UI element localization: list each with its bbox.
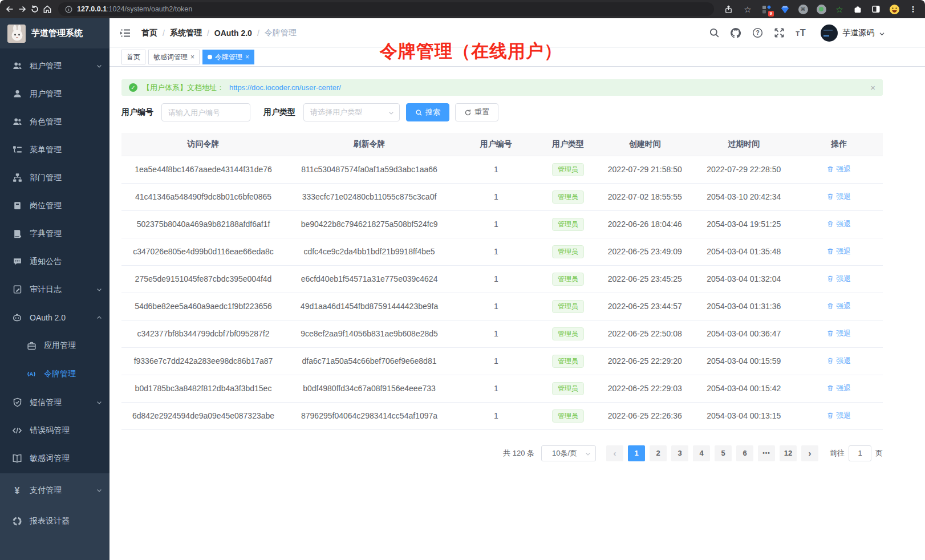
sidebar-item-sensitive-word[interactable]: 敏感词管理 — [0, 444, 109, 472]
force-logout-button[interactable]: 强退 — [827, 301, 851, 311]
force-logout-button[interactable]: 强退 — [827, 219, 851, 229]
sidebar-item-notice[interactable]: 通知公告 — [0, 247, 109, 275]
sidebar-item-pay[interactable]: ¥ 支付管理 — [0, 475, 109, 506]
browser-chrome: 127.0.0.1 :1024/system/oauth2/token ☆ 9 … — [0, 0, 925, 18]
browser-back-button[interactable] — [3, 3, 16, 15]
page-button-ellipsis[interactable]: ••• — [758, 445, 775, 461]
alert-doc-link[interactable]: https://doc.iocoder.cn/user-center/ — [229, 83, 341, 92]
github-icon[interactable] — [729, 27, 742, 39]
site-info-icon[interactable] — [65, 6, 72, 13]
breadcrumb-system[interactable]: 系统管理 / — [170, 28, 214, 38]
close-icon[interactable]: × — [245, 54, 249, 60]
sidebar-item-role[interactable]: 角色管理 — [0, 108, 109, 136]
user-menu[interactable]: 芋道源码 — [821, 25, 885, 42]
user-id-cell: 1 — [453, 375, 539, 402]
help-icon[interactable]: ? — [751, 27, 764, 39]
address-bar[interactable]: 127.0.0.1 :1024/system/oauth2/token — [58, 2, 714, 16]
breadcrumb-label: OAuth 2.0 — [214, 29, 252, 38]
search-icon[interactable] — [708, 27, 720, 39]
refresh-token-cell: 333ecfc71e02480cb11055c875c3ca0f — [285, 183, 453, 210]
reset-button[interactable]: 重置 — [455, 103, 498, 121]
browser-home-button[interactable] — [41, 3, 54, 15]
page-button-4[interactable]: 4 — [693, 445, 710, 461]
browser-reload-button[interactable] — [29, 3, 41, 15]
extension-puzzle-icon[interactable] — [852, 3, 863, 15]
page-size-select[interactable]: 10条/页 — [541, 445, 596, 461]
extension-gem-icon[interactable] — [779, 3, 790, 15]
caret-down-icon — [879, 31, 885, 37]
sidebar-item-user[interactable]: 用户管理 — [0, 80, 109, 108]
browser-menu-icon[interactable]: ⋮ — [907, 3, 919, 15]
user-type-cell: 管理员 — [539, 375, 598, 402]
table-row: 54d6be82ee5a460a9aedc1f9bf223656 49d1aa4… — [121, 293, 883, 320]
page-button-5[interactable]: 5 — [715, 445, 732, 461]
extension-star-icon[interactable]: ☆ — [834, 3, 845, 15]
extension-emoji-icon[interactable] — [889, 3, 900, 15]
page-button-12[interactable]: 12 — [780, 445, 797, 461]
access-token-cell: 275e5de9151045fe87cbdc395e004f4d — [121, 265, 285, 293]
tab-sensitive-word[interactable]: 敏感词管理 × — [148, 50, 200, 64]
tab-home[interactable]: 首页 — [121, 50, 145, 64]
user-type-select[interactable]: 请选择用户类型 — [303, 103, 400, 121]
sidebar-collapse-icon[interactable] — [119, 26, 132, 40]
sidebar-item-oauth2[interactable]: OAuth 2.0 — [0, 303, 109, 331]
sidebar-item-report[interactable]: 报表设计器 — [0, 506, 109, 537]
expire-time-cell: 2054-03-04 01:35:48 — [692, 238, 795, 265]
sidebar-item-tenant[interactable]: 租户管理 — [0, 52, 109, 80]
page-button-6[interactable]: 6 — [736, 445, 753, 461]
goto-page-input[interactable] — [849, 445, 871, 461]
close-icon[interactable]: × — [190, 54, 194, 60]
sidebar-item-label: OAuth 2.0 — [30, 313, 66, 322]
force-logout-button[interactable]: 强退 — [827, 383, 851, 393]
force-logout-button[interactable]: 强退 — [827, 274, 851, 284]
created-time-cell: 2022-07-29 21:58:50 — [597, 156, 692, 183]
chevron-icon — [96, 314, 103, 321]
browser-forward-button[interactable] — [16, 3, 29, 15]
alert-close-icon[interactable]: × — [870, 83, 875, 92]
breadcrumb-token[interactable]: 令牌管理 / — [265, 28, 297, 38]
extension-panel-icon[interactable] — [870, 3, 882, 15]
sidebar-item-dict[interactable]: 字典管理 — [0, 220, 109, 247]
force-logout-button[interactable]: 强退 — [827, 356, 851, 366]
active-dot — [208, 55, 212, 59]
created-time-cell: 2022-06-25 22:29:03 — [597, 375, 692, 402]
search-button[interactable]: 搜索 — [406, 103, 449, 121]
sidebar-item-audit[interactable]: 审计日志 — [0, 275, 109, 303]
user-id-input[interactable] — [161, 103, 250, 121]
force-logout-button[interactable]: 强退 — [827, 164, 851, 175]
force-logout-button[interactable]: 强退 — [827, 192, 851, 202]
tab-token[interactable]: 令牌管理 × — [202, 50, 254, 64]
extension-command-icon[interactable]: ⌘ — [797, 3, 809, 15]
share-icon[interactable] — [722, 3, 735, 15]
fullscreen-icon[interactable] — [773, 27, 785, 39]
breadcrumb-separator: / — [163, 29, 165, 38]
sidebar-item-dept[interactable]: 部门管理 — [0, 164, 109, 192]
next-page-button[interactable]: › — [801, 445, 818, 461]
sidebar-item-menu[interactable]: 菜单管理 — [0, 136, 109, 164]
force-logout-button[interactable]: 强退 — [827, 246, 851, 257]
sidebar-item-oauth2-token[interactable]: A 令牌管理 — [0, 360, 109, 388]
breadcrumb-oauth2[interactable]: OAuth 2.0 / — [214, 29, 265, 38]
expire-time-cell: 2054-03-04 00:13:15 — [692, 402, 795, 429]
page-button-2[interactable]: 2 — [650, 445, 667, 461]
sidebar-item-post[interactable]: 岗位管理 — [0, 192, 109, 220]
force-logout-button[interactable]: 强退 — [827, 411, 851, 421]
sidebar-item-oauth2-app[interactable]: 应用管理 — [0, 331, 109, 360]
page-button-3[interactable]: 3 — [671, 445, 688, 461]
sidebar-item-sms[interactable]: 短信管理 — [0, 388, 109, 416]
sidebar-item-label: 应用管理 — [44, 340, 76, 351]
extension-record-icon[interactable] — [816, 3, 827, 15]
chevron-icon — [96, 487, 103, 494]
extension-grid-icon[interactable]: 9 — [761, 3, 772, 15]
sidebar-item-errorcode[interactable]: 错误码管理 — [0, 416, 109, 444]
user-id-cell: 1 — [453, 238, 539, 265]
force-logout-button[interactable]: 强退 — [827, 328, 851, 339]
user-type-badge: 管理员 — [552, 327, 584, 340]
font-size-icon[interactable]: TT — [794, 27, 807, 39]
bookmark-star-icon[interactable]: ☆ — [741, 3, 754, 15]
created-time-cell: 2022-06-26 18:04:46 — [597, 210, 692, 238]
breadcrumb-home[interactable]: 首页 / — [141, 28, 170, 38]
sidebar-item-label: 审计日志 — [30, 285, 62, 295]
page-button-1[interactable]: 1 — [628, 445, 645, 461]
prev-page-button[interactable]: ‹ — [606, 445, 623, 461]
